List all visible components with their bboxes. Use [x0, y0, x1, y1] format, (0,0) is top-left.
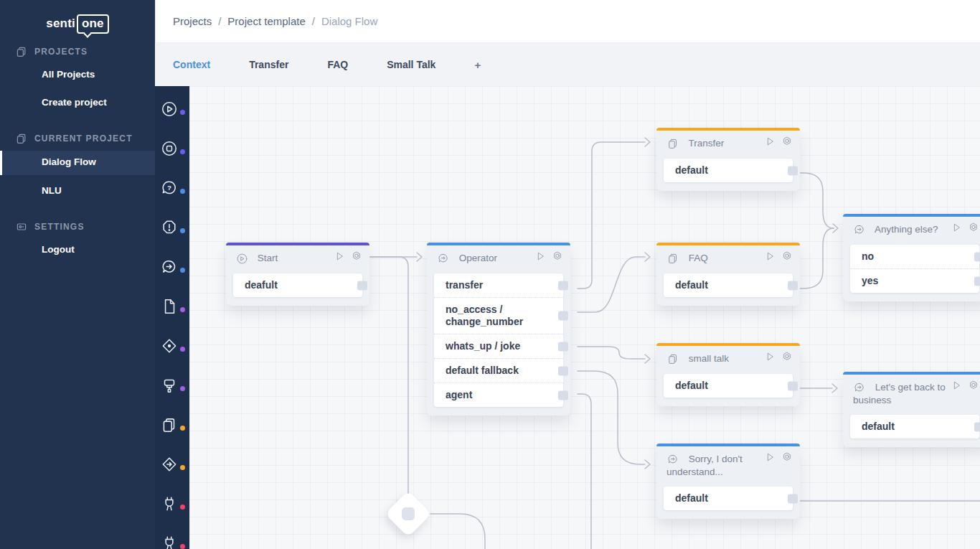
node-settings-icon[interactable] [781, 250, 793, 262]
output-port[interactable] [558, 390, 568, 400]
arrowhead [645, 460, 650, 469]
alert-octagon-icon [160, 218, 179, 237]
breadcrumb-project-template[interactable]: Project template [227, 15, 305, 27]
sidebar-item-create-project[interactable]: Create project [42, 97, 107, 108]
node-settings-icon[interactable] [968, 380, 979, 391]
sidebar-item-logout[interactable]: Logout [42, 244, 75, 255]
tool-diamond-dot[interactable] [155, 334, 189, 363]
run-node-icon[interactable] [951, 222, 963, 233]
sidebar-item-dialog-flow[interactable]: Dialog Flow [0, 151, 155, 175]
output-port[interactable] [788, 281, 798, 290]
edge-start-diamond [370, 257, 408, 497]
tool-paint-roller[interactable] [155, 374, 189, 403]
tool-alert-octagon[interactable] [155, 216, 189, 245]
node-item[interactable]: default [664, 273, 793, 297]
run-node-icon[interactable] [535, 250, 547, 262]
node-settings-icon[interactable] [781, 136, 793, 147]
node-item[interactable]: default [664, 159, 793, 182]
item-label: default [675, 380, 708, 391]
tool-plug-2[interactable] [155, 532, 189, 549]
node-anything-else[interactable]: Anything else? no yes [843, 214, 980, 301]
node-settings-icon[interactable] [351, 250, 362, 262]
flow-canvas[interactable]: Start deafult Operator transf [189, 86, 980, 549]
tool-copy-cards[interactable] [155, 413, 189, 442]
node-header: Start [226, 243, 369, 271]
node-lets-get-back[interactable]: Let's get back to business default [843, 372, 980, 447]
tool-help-bubble[interactable]: ? [155, 177, 189, 205]
node-faq[interactable]: FAQ default [656, 243, 800, 306]
tool-diamond-arrow[interactable] [155, 453, 189, 482]
node-item[interactable]: default [850, 415, 979, 438]
tab-faq[interactable]: FAQ [327, 59, 348, 70]
palette-dot [180, 228, 185, 233]
node-title: Operator [459, 253, 497, 263]
node-item[interactable]: yes [850, 268, 979, 293]
tool-play-circle[interactable] [155, 98, 189, 126]
output-port[interactable] [558, 342, 568, 351]
node-header: Let's get back to business [843, 372, 980, 413]
node-item[interactable]: deafult [233, 273, 362, 297]
run-node-icon[interactable] [765, 250, 776, 262]
node-sorry[interactable]: Sorry, I don't understand... default [656, 444, 800, 519]
palette-dot [180, 386, 185, 391]
node-transfer[interactable]: Transfer default [656, 128, 800, 191]
palette-dot [180, 307, 185, 312]
tool-stop-circle[interactable] [155, 137, 189, 166]
node-item[interactable]: default fallback [434, 358, 563, 383]
run-node-icon[interactable] [765, 451, 776, 463]
node-item[interactable]: default [664, 487, 793, 510]
sidebar-section-settings: SETTINGS [16, 221, 85, 233]
breadcrumb-separator: / [218, 15, 221, 27]
output-port[interactable] [974, 276, 980, 286]
run-node-icon[interactable] [334, 250, 346, 262]
run-node-icon[interactable] [951, 380, 963, 391]
output-port[interactable] [974, 252, 980, 261]
sidebar-section-projects: PROJECTS [16, 46, 88, 57]
node-title: Anything else? [875, 224, 938, 235]
node-operator[interactable]: Operator transfer no_access / change_num… [427, 243, 570, 416]
tool-file[interactable] [155, 295, 189, 324]
node-item[interactable]: no [850, 245, 979, 268]
item-label: no_access / change_number [446, 304, 523, 327]
output-port[interactable] [788, 494, 798, 503]
add-tab-button[interactable]: + [474, 59, 481, 71]
node-item[interactable]: no_access / change_number [434, 297, 563, 334]
item-label: deafult [245, 279, 278, 291]
output-port[interactable] [974, 422, 980, 431]
edge-agent-out [578, 394, 591, 549]
node-body: deafult [233, 273, 362, 297]
node-item[interactable]: default [664, 374, 793, 398]
tab-context[interactable]: Context [173, 59, 210, 70]
breadcrumb-projects[interactable]: Projects [173, 15, 212, 27]
dialog-flow-app: sentione PROJECTS All Projects Create pr… [0, 0, 980, 549]
node-start[interactable]: Start deafult [226, 243, 369, 306]
node-item[interactable]: transfer [434, 273, 563, 297]
tab-transfer[interactable]: Transfer [249, 59, 288, 70]
node-title: Start [258, 253, 278, 263]
node-settings-icon[interactable] [968, 222, 979, 233]
tool-chat-forward[interactable] [155, 255, 189, 284]
node-item[interactable]: agent [434, 383, 563, 407]
node-settings-icon[interactable] [552, 250, 563, 262]
plug-icon [160, 494, 179, 513]
output-port[interactable] [558, 311, 568, 321]
output-port[interactable] [558, 366, 568, 375]
run-node-icon[interactable] [765, 351, 776, 362]
junction-diamond[interactable] [386, 492, 430, 536]
edge-noaccess-out [578, 257, 645, 312]
output-port[interactable] [788, 166, 798, 175]
sidebar-item-nlu[interactable]: NLU [42, 185, 62, 196]
output-port[interactable] [558, 281, 568, 290]
run-node-icon[interactable] [765, 136, 776, 147]
node-title: Transfer [689, 138, 725, 149]
tool-plug[interactable] [155, 492, 189, 521]
node-settings-icon[interactable] [781, 451, 793, 463]
output-port[interactable] [357, 281, 367, 290]
node-item[interactable]: whats_up / joke [434, 334, 563, 358]
sidebar-item-all-projects[interactable]: All Projects [42, 69, 95, 80]
output-port[interactable] [788, 381, 798, 390]
node-settings-icon[interactable] [781, 351, 793, 362]
node-small-talk[interactable]: small talk default [656, 343, 800, 406]
tab-small-talk[interactable]: Small Talk [387, 59, 435, 70]
diamond-dot-icon [160, 337, 179, 355]
